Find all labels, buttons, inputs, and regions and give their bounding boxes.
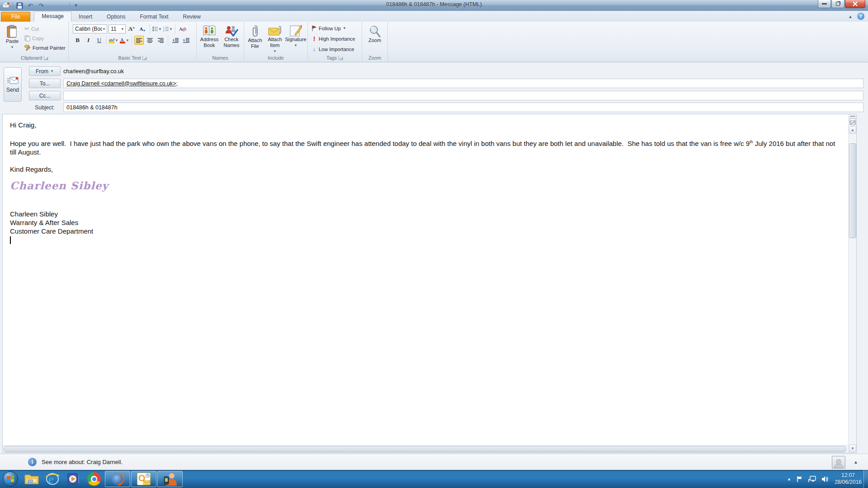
to-recipient[interactable]: Craig Darnell <cdarnell@swiftleisure.co.… bbox=[66, 80, 178, 87]
restore-button[interactable] bbox=[831, 0, 844, 8]
vertical-scrollbar[interactable]: ▲ ▼ bbox=[848, 114, 856, 453]
high-importance-icon: ! bbox=[311, 35, 317, 42]
signature-icon bbox=[289, 25, 302, 37]
font-color-icon: A bbox=[120, 37, 126, 43]
from-button[interactable]: From ▼ bbox=[29, 66, 61, 76]
explorer-icon[interactable] bbox=[24, 472, 39, 486]
body-greeting: Hi Craig, bbox=[10, 121, 838, 129]
clipboard-dialog-launcher-icon[interactable] bbox=[44, 56, 48, 60]
horizontal-scrollbar-thumb[interactable] bbox=[4, 446, 846, 452]
basic-text-dialog-launcher-icon[interactable] bbox=[142, 56, 147, 60]
dropdown-arrow-icon: ▼ bbox=[158, 27, 162, 31]
tags-dialog-launcher-icon[interactable] bbox=[339, 56, 343, 60]
font-color-button[interactable]: A ▼ bbox=[120, 36, 129, 45]
tab-file[interactable]: File bbox=[1, 12, 30, 22]
align-center-button[interactable] bbox=[145, 36, 155, 45]
follow-up-button[interactable]: Follow Up ▼ bbox=[311, 24, 355, 33]
subject-value: 018486h & 018487h bbox=[66, 104, 118, 111]
tab-options[interactable]: Options bbox=[99, 12, 132, 22]
italic-button[interactable]: I bbox=[84, 36, 93, 45]
info-icon: i bbox=[28, 458, 37, 466]
ribbon-tab-row: File Message Insert Options Format Text … bbox=[0, 11, 868, 22]
body-regards: Kind Regards, bbox=[10, 165, 838, 174]
help-icon[interactable]: ? bbox=[857, 13, 864, 20]
body-text[interactable]: Hi Craig, Hope you are well. I have just… bbox=[10, 121, 838, 244]
address-book-button[interactable]: Address Book bbox=[198, 23, 221, 48]
numbering-button[interactable]: 123 ▼ bbox=[163, 24, 173, 33]
scroll-down-button[interactable]: ▼ bbox=[849, 445, 856, 452]
start-button[interactable] bbox=[3, 471, 18, 487]
underline-button[interactable]: U bbox=[94, 36, 104, 45]
bullets-button[interactable]: ▼ bbox=[152, 24, 162, 33]
cc-field[interactable] bbox=[63, 91, 863, 100]
taskbar-clock[interactable]: 12:07 28/06/2016 bbox=[835, 472, 862, 486]
expand-people-pane-icon[interactable]: ▲ bbox=[854, 460, 858, 465]
group-names: Address Book Check Names Names bbox=[197, 22, 244, 61]
close-button[interactable] bbox=[845, 0, 865, 8]
split-handle[interactable] bbox=[850, 116, 855, 117]
action-center-flag-icon[interactable] bbox=[797, 476, 803, 483]
bullets-icon bbox=[152, 26, 158, 32]
window-controls bbox=[817, 0, 865, 8]
tab-insert[interactable]: Insert bbox=[71, 12, 99, 22]
align-right-button[interactable] bbox=[156, 36, 165, 45]
to-button[interactable]: To... bbox=[29, 79, 61, 88]
high-importance-button[interactable]: ! High Importance bbox=[311, 34, 355, 43]
text-highlight-button[interactable]: ab ▼ bbox=[109, 36, 118, 45]
tab-format-text[interactable]: Format Text bbox=[132, 12, 175, 22]
paste-button[interactable]: Paste ▼ bbox=[4, 23, 21, 50]
media-player-icon[interactable] bbox=[66, 472, 80, 486]
horizontal-scrollbar[interactable] bbox=[3, 445, 848, 453]
signature-button[interactable]: Signature ▼ bbox=[285, 23, 307, 48]
cc-button[interactable]: Cc... bbox=[29, 91, 61, 100]
internet-explorer-icon[interactable]: e bbox=[45, 472, 60, 486]
font-name-select[interactable]: Calibri (Bod ▼ bbox=[73, 24, 107, 33]
decrease-indent-button[interactable] bbox=[170, 36, 180, 45]
subject-field[interactable]: 018486h & 018487h bbox=[63, 103, 863, 112]
firefox-icon bbox=[111, 473, 124, 486]
clear-formatting-button[interactable]: A bbox=[178, 24, 187, 33]
low-importance-button[interactable]: ↓ Low Importance bbox=[311, 45, 355, 53]
zoom-icon bbox=[368, 25, 381, 38]
bold-button[interactable]: B bbox=[73, 36, 82, 45]
scroll-up-button[interactable]: ▲ bbox=[849, 126, 856, 134]
message-body[interactable]: Hi Craig, Hope you are well. I have just… bbox=[2, 114, 857, 453]
people-pane-text: See more about: Craig Darnell. bbox=[42, 459, 123, 465]
ribbon: Paste ▼ ✂ Cut Copy Format Painter Clipbo… bbox=[0, 22, 868, 62]
send-button[interactable]: Send bbox=[4, 67, 22, 102]
firefox-taskbar-button[interactable] bbox=[105, 471, 130, 487]
show-hidden-icons-button[interactable]: ▲ bbox=[787, 477, 791, 481]
contact-avatar[interactable] bbox=[832, 456, 845, 469]
minimize-ribbon-icon[interactable]: ▲ bbox=[848, 14, 853, 19]
align-left-icon bbox=[136, 38, 142, 43]
tab-review[interactable]: Review bbox=[176, 12, 208, 22]
title-bar: ↶ ↷ ↑ ↓ ▼ 018486h & 018487h - Message (H… bbox=[0, 0, 868, 11]
to-field[interactable]: Craig Darnell <cdarnell@swiftleisure.co.… bbox=[63, 79, 863, 88]
minimize-button[interactable] bbox=[818, 0, 831, 8]
dropdown-arrow-icon: ▼ bbox=[343, 26, 346, 30]
zoom-button[interactable]: Zoom bbox=[364, 23, 385, 43]
tab-message[interactable]: Message bbox=[34, 11, 71, 22]
align-center-icon bbox=[147, 38, 153, 43]
group-include: Attach File Attach Item ▼ Signature ▼ In… bbox=[244, 22, 308, 61]
chrome-icon[interactable] bbox=[87, 472, 101, 486]
outlook-taskbar-button[interactable]: O bbox=[131, 471, 156, 487]
scrollbar-thumb[interactable] bbox=[849, 143, 856, 238]
attach-file-icon bbox=[251, 25, 259, 38]
attach-file-button[interactable]: Attach File bbox=[245, 23, 265, 49]
show-desktop-button[interactable] bbox=[863, 470, 868, 488]
grow-font-button[interactable]: A▲ bbox=[127, 24, 137, 33]
reading-ruler-toggle-icon[interactable] bbox=[849, 118, 856, 124]
align-left-button[interactable] bbox=[134, 36, 144, 45]
check-names-button[interactable]: Check Names bbox=[221, 23, 242, 48]
communicator-taskbar-button[interactable] bbox=[157, 471, 183, 487]
windows-flag-icon bbox=[7, 475, 14, 483]
decrease-indent-icon bbox=[172, 38, 179, 43]
shrink-font-button[interactable]: A▼ bbox=[138, 24, 147, 33]
font-size-select[interactable]: 11 ▼ bbox=[108, 24, 126, 33]
network-icon[interactable] bbox=[808, 476, 816, 483]
increase-indent-button[interactable] bbox=[181, 36, 191, 45]
format-painter-button[interactable]: Format Painter bbox=[24, 43, 66, 52]
volume-icon[interactable] bbox=[821, 476, 829, 483]
attach-item-button[interactable]: Attach Item ▼ bbox=[265, 23, 285, 54]
